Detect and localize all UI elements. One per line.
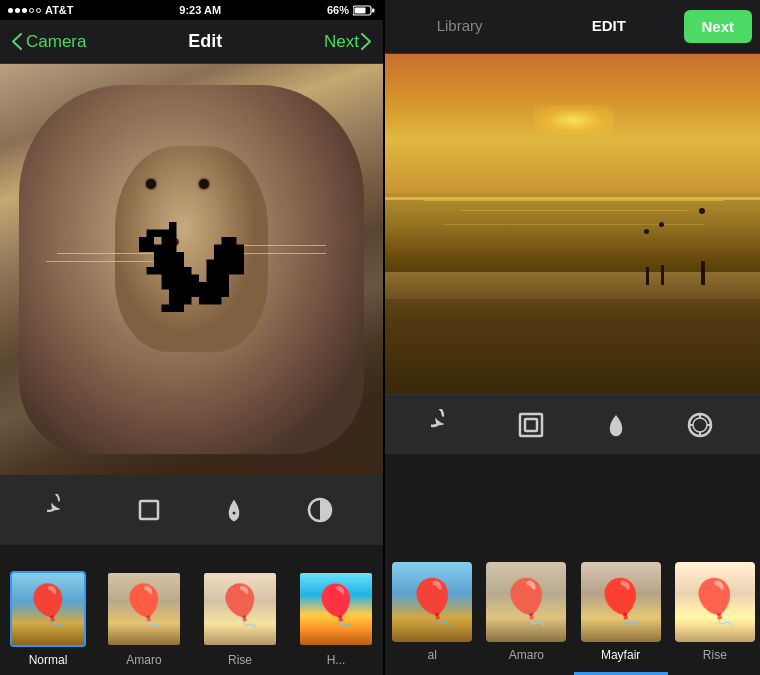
brightness-tool[interactable] [212,488,256,532]
tab-library[interactable]: Library [385,0,534,53]
back-button[interactable]: Camera [12,32,86,52]
right-header: Library EDIT Next [385,0,760,54]
right-filter-mayfair-label: Mayfair [601,648,640,662]
signal-dots [8,8,41,13]
nav-bar: Camera Edit Next [0,20,383,64]
filter-rise-label: Rise [228,653,252,667]
svg-rect-2 [354,7,365,13]
filter-normal[interactable]: 🎈 Normal [0,545,96,675]
filter-hudson-label: H... [327,653,346,667]
filter-amaro[interactable]: 🎈 Amaro [96,545,192,675]
signal-dot-4 [29,8,34,13]
status-right: 66% [327,4,375,16]
filters-bar-left: 🎈 Normal 🎈 Amaro 🎈 Rise [0,545,383,675]
right-filter-normal-thumb: 🎈 [392,562,472,642]
adjust-tool[interactable] [678,403,722,447]
filter-hudson[interactable]: 🎈 H... [288,545,383,675]
tab-edit-label: EDIT [592,17,626,34]
filter-hudson-thumb: 🎈 [298,571,374,647]
svg-rect-7 [525,419,537,431]
filter-amaro-label: Amaro [126,653,161,667]
carrier-label: AT&T [45,4,74,16]
svg-rect-3 [140,501,158,519]
left-panel: AT&T 9:23 AM 66% Camera Edit Next [0,0,383,675]
right-filter-rise-label: Rise [703,648,727,662]
svg-point-9 [693,418,707,432]
next-chevron-icon [361,33,371,50]
tab-edit[interactable]: EDIT [534,0,683,53]
right-filter-amaro-thumb: 🎈 [486,562,566,642]
right-filter-normal-label: al [427,648,436,662]
history-tool[interactable] [425,403,469,447]
right-panel: Library EDIT Next [385,0,760,675]
tab-library-label: Library [437,17,483,34]
right-filter-mayfair-thumb: 🎈 [581,562,661,642]
next-label-right: Next [702,18,735,35]
svg-rect-6 [520,414,542,436]
next-label-left: Next [324,32,359,52]
right-filter-amaro-label: Amaro [509,648,544,662]
right-filter-normal[interactable]: 🎈 al [385,454,479,675]
right-filter-mayfair[interactable]: 🎈 Mayfair [574,454,668,675]
beach-image [385,54,760,394]
nav-title: Edit [188,31,222,52]
battery-label: 66% [327,4,349,16]
filter-rise-thumb: 🎈 [202,571,278,647]
contrast-tool[interactable] [298,488,342,532]
signal-dot-2 [15,8,20,13]
crop-tool[interactable] [127,488,171,532]
signal-dot-3 [22,8,27,13]
lux-tool[interactable] [594,403,638,447]
right-filter-amaro[interactable]: 🎈 Amaro [479,454,573,675]
filter-amaro-thumb: 🎈 [106,571,182,647]
frame-tool[interactable] [509,403,553,447]
rotate-tool[interactable] [41,488,85,532]
right-filter-rise-thumb: 🎈 [675,562,755,642]
photo-area-right [385,54,760,394]
edit-tools-right [385,394,760,454]
time-label: 9:23 AM [179,4,221,16]
signal-dot-5 [36,8,41,13]
squirrel-image [0,64,383,475]
next-button-left[interactable]: Next [324,32,371,52]
filter-rise[interactable]: 🎈 Rise [192,545,288,675]
back-chevron-icon [12,33,22,50]
signal-dot-1 [8,8,13,13]
filter-normal-label: Normal [29,653,68,667]
svg-rect-1 [372,8,375,12]
edit-tools-left [0,475,383,545]
filters-bar-right: 🎈 al 🎈 Amaro 🎈 Mayfair 🎈 Rise [385,454,760,675]
right-filter-rise[interactable]: 🎈 Rise [668,454,760,675]
back-label: Camera [26,32,86,52]
next-button-right[interactable]: Next [684,10,753,43]
battery-icon [353,5,375,16]
svg-point-4 [233,512,236,515]
photo-area-left [0,64,383,475]
status-bar: AT&T 9:23 AM 66% [0,0,383,20]
filter-normal-thumb: 🎈 [10,571,86,647]
status-left: AT&T [8,4,74,16]
